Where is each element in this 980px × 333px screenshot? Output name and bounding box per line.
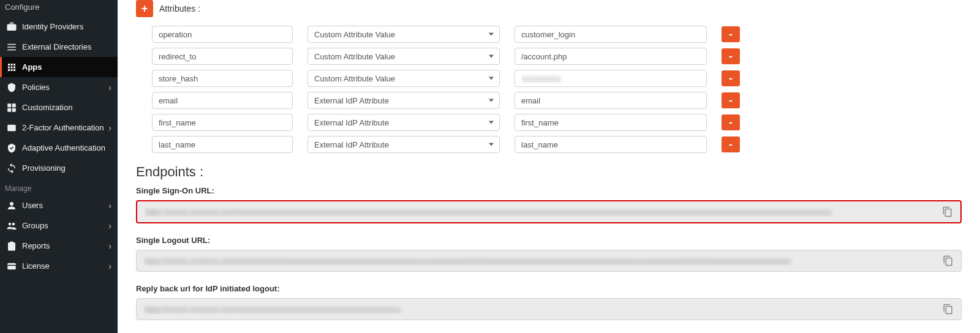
sso-url-text: https://xxxxx.xxxxxxx.com/xxxxxxxxxxxxxx… xyxy=(145,208,937,217)
remove-attribute-button[interactable]: - xyxy=(722,70,740,86)
apps-grid-icon xyxy=(6,62,17,73)
sidebar-item-reports[interactable]: Reports › xyxy=(0,236,118,256)
main-content: + Attributes : Custom Attribute Value - … xyxy=(118,0,980,333)
attribute-row: External IdP Attribute - xyxy=(152,136,962,153)
svg-rect-0 xyxy=(7,124,16,131)
attribute-name-input[interactable] xyxy=(152,70,293,87)
sidebar-item-provisioning[interactable]: Provisioning xyxy=(0,158,118,178)
remove-attribute-button[interactable]: - xyxy=(722,92,740,108)
remove-attribute-button[interactable]: - xyxy=(722,114,740,130)
slo-url-label: Single Logout URL: xyxy=(136,236,962,245)
attribute-value-input[interactable] xyxy=(514,92,707,109)
clipboard-icon xyxy=(6,241,17,252)
copy-icon[interactable] xyxy=(943,304,954,315)
customization-icon xyxy=(6,102,17,113)
remove-attribute-button[interactable]: - xyxy=(722,137,740,152)
sidebar-item-2fa[interactable]: 2-Factor Authentication › xyxy=(0,118,118,138)
add-attribute-button[interactable]: + xyxy=(136,0,153,17)
attribute-row: Custom Attribute Value - xyxy=(152,48,962,65)
svg-rect-1 xyxy=(7,263,16,269)
sidebar-section-manage: Manage xyxy=(0,178,118,195)
copy-icon[interactable] xyxy=(943,255,954,266)
attribute-row: Custom Attribute Value - xyxy=(152,26,962,43)
sidebar-item-label: 2-Factor Authentication xyxy=(22,123,104,132)
attribute-type-select[interactable]: Custom Attribute Value xyxy=(307,70,500,87)
attribute-name-input[interactable] xyxy=(152,48,293,65)
svg-rect-2 xyxy=(7,264,16,266)
attribute-row: Custom Attribute Value - xyxy=(152,70,962,87)
sidebar: Configure Identity Providers External Di… xyxy=(0,0,118,333)
copy-icon[interactable] xyxy=(942,206,953,217)
sidebar-item-label: External Directories xyxy=(22,42,91,51)
attribute-name-input[interactable] xyxy=(152,26,293,43)
chevron-right-icon: › xyxy=(108,83,111,92)
shield-icon xyxy=(6,82,17,93)
reply-url-label: Reply back url for IdP initiated logout: xyxy=(136,284,962,293)
attribute-type-select[interactable]: External IdP Attribute xyxy=(307,114,500,131)
2fa-icon xyxy=(6,122,17,133)
attribute-type-select[interactable]: Custom Attribute Value xyxy=(307,48,500,65)
attribute-type-select[interactable]: External IdP Attribute xyxy=(307,92,500,109)
attribute-name-input[interactable] xyxy=(152,114,293,131)
attributes-header: + Attributes : xyxy=(136,0,962,17)
reply-url-text: https://xxxxx.xxxxxxx.com/xxxxxxxxxxxxxx… xyxy=(144,305,938,314)
user-icon xyxy=(6,200,17,211)
chevron-right-icon: › xyxy=(108,201,111,211)
attribute-value-input[interactable] xyxy=(514,26,707,43)
attribute-type-select[interactable]: External IdP Attribute xyxy=(307,136,500,153)
chevron-right-icon: › xyxy=(108,241,111,251)
briefcase-icon xyxy=(6,21,17,32)
sidebar-section-configure: Configure xyxy=(0,0,118,17)
attribute-name-input[interactable] xyxy=(152,92,293,109)
sidebar-item-groups[interactable]: Groups › xyxy=(0,215,118,236)
attribute-name-input[interactable] xyxy=(152,136,293,153)
sidebar-item-label: License xyxy=(22,261,50,271)
sidebar-item-label: Adaptive Authentication xyxy=(22,143,105,152)
group-icon xyxy=(6,220,17,231)
remove-attribute-button[interactable]: - xyxy=(722,26,740,42)
attribute-row: External IdP Attribute - xyxy=(152,92,962,109)
list-icon xyxy=(6,42,17,53)
attribute-type-select[interactable]: Custom Attribute Value xyxy=(307,26,500,43)
slo-url-text: https://xxxxx.xxxxxxx.com/xxxxxxxxxxxxxx… xyxy=(144,256,938,266)
sidebar-item-customization[interactable]: Customization xyxy=(0,97,118,118)
sidebar-item-external-directories[interactable]: External Directories xyxy=(0,37,118,57)
endpoints-title: Endpoints : xyxy=(136,164,962,180)
attribute-value-input[interactable] xyxy=(514,70,707,87)
attributes-label: Attributes : xyxy=(159,4,200,13)
sidebar-item-label: Identity Providers xyxy=(22,22,83,31)
sidebar-item-policies[interactable]: Policies › xyxy=(0,77,118,97)
sidebar-item-identity-providers[interactable]: Identity Providers xyxy=(0,17,118,37)
sync-icon xyxy=(6,163,17,174)
sidebar-item-users[interactable]: Users › xyxy=(0,195,118,215)
sidebar-item-label: Apps xyxy=(22,62,42,72)
check-shield-icon xyxy=(6,143,17,154)
chevron-right-icon: › xyxy=(108,261,111,271)
sso-url-box: https://xxxxx.xxxxxxx.com/xxxxxxxxxxxxxx… xyxy=(136,200,962,223)
remove-attribute-button[interactable]: - xyxy=(722,48,740,64)
chevron-right-icon: › xyxy=(108,221,111,231)
sidebar-item-license[interactable]: License › xyxy=(0,256,118,276)
reply-url-box: https://xxxxx.xxxxxxx.com/xxxxxxxxxxxxxx… xyxy=(136,298,962,320)
attribute-rows: Custom Attribute Value - Custom Attribut… xyxy=(136,26,962,153)
sidebar-item-label: Users xyxy=(22,201,43,210)
attribute-value-input[interactable] xyxy=(514,136,707,153)
chevron-right-icon: › xyxy=(108,123,111,133)
sidebar-item-adaptive-auth[interactable]: Adaptive Authentication xyxy=(0,138,118,158)
attribute-row: External IdP Attribute - xyxy=(152,114,962,131)
sidebar-item-label: Groups xyxy=(22,221,48,230)
sidebar-item-apps[interactable]: Apps xyxy=(0,57,118,77)
sso-url-label: Single Sign-On URL: xyxy=(136,186,962,195)
attribute-value-input[interactable] xyxy=(514,114,707,131)
sidebar-item-label: Policies xyxy=(22,83,50,92)
slo-url-box: https://xxxxx.xxxxxxx.com/xxxxxxxxxxxxxx… xyxy=(136,250,962,272)
sidebar-item-label: Reports xyxy=(22,241,50,250)
sidebar-item-label: Provisioning xyxy=(22,163,66,173)
sidebar-item-label: Customization xyxy=(22,103,72,112)
card-icon xyxy=(6,261,17,272)
attribute-value-input[interactable] xyxy=(514,48,707,65)
